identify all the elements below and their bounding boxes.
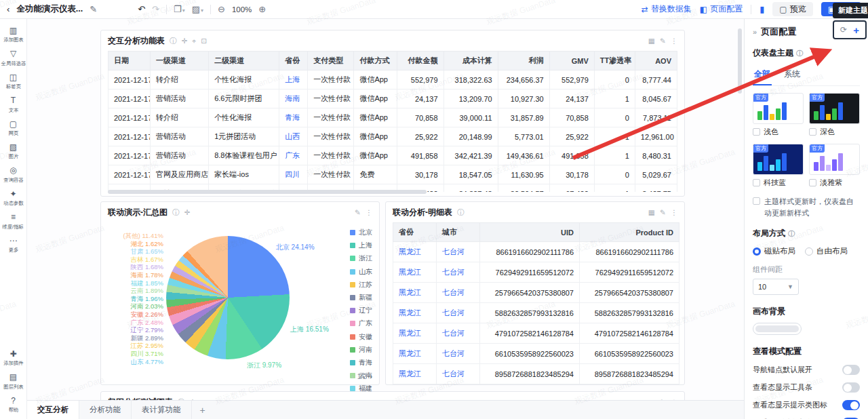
canvas-bg-color-input[interactable]	[753, 323, 802, 335]
table-cell[interactable]: 七台河	[437, 364, 480, 384]
table-cell[interactable]: 七台河	[437, 262, 480, 283]
sidebar-item-layer-list[interactable]: ▤图层列表	[0, 370, 26, 393]
table-row[interactable]: 2021-12-17营销活动1元拼团活动山西一次性付款微信App25,92220…	[108, 127, 677, 146]
sidebar-item-dynamic-param[interactable]: ✦动态参数	[0, 186, 26, 210]
pie-chart[interactable]	[166, 236, 290, 359]
sidebar-item-query-container[interactable]: ◎查询容器	[0, 163, 26, 186]
legend-item[interactable]: 上海	[350, 241, 372, 250]
layout-option-free[interactable]: 自由布局	[805, 246, 848, 256]
sidebar-item-image[interactable]: ▧图片	[0, 140, 26, 163]
tab-analysis-functions[interactable]: 分析功能	[79, 401, 132, 419]
edit-chart-icon[interactable]: ✎	[355, 209, 361, 216]
redo-icon[interactable]: ↷	[152, 5, 159, 14]
export-image-icon[interactable]: ▨▾	[192, 5, 203, 14]
info-icon[interactable]: ⓘ	[788, 229, 795, 239]
theme-checkbox[interactable]	[809, 179, 816, 186]
table-row[interactable]: 黑龙江七台河5519099932052869177551909993205286…	[393, 384, 679, 385]
table-row[interactable]: 黑龙江七台河8958726881823485294895872688182348…	[393, 364, 679, 384]
table-row[interactable]: 2021-12-17官网及应用商店家长端-ios四川一次性付款免费30,1781…	[108, 165, 677, 184]
more-icon[interactable]: ⋮	[671, 209, 678, 216]
legend-item[interactable]: 安徽	[350, 332, 372, 342]
chart-card-interactive-table[interactable]: 交互分析功能表 ⓘ ✛ ⌖ ⊡ ▦ ✎ ⋮ 日期一级渠道二级渠道省份支付类型付款…	[100, 30, 685, 197]
preview-button[interactable]: ▢预览	[772, 2, 812, 16]
legend-item[interactable]: 浙江	[350, 254, 372, 263]
table-cell[interactable]: 七台河	[437, 323, 480, 344]
theme-card-浅色[interactable]: 官方浅色	[753, 93, 804, 137]
layout-option-tile[interactable]: 磁贴布局	[753, 246, 795, 256]
theme-checkbox[interactable]	[809, 128, 816, 136]
table-hscrollbar[interactable]	[108, 190, 427, 194]
sidebar-item-dimension-metric[interactable]: ≡维度/指标	[0, 210, 26, 233]
table-cell[interactable]: 上海	[279, 71, 308, 89]
table-row[interactable]: 2021-12-17转介绍个性化海报上海一次性付款微信App552,979318…	[108, 71, 677, 89]
info-icon[interactable]: ⓘ	[172, 209, 180, 216]
table-row[interactable]: 黑龙江七台河5882632857993132816588263285799313…	[393, 303, 679, 323]
table-cell[interactable]: 广东	[279, 146, 308, 165]
table-cell[interactable]: 山西	[279, 127, 308, 146]
pin-icon[interactable]: ✛	[182, 37, 188, 45]
sidebar-item-webpage[interactable]: ▢网页	[0, 117, 26, 140]
table-cell[interactable]: 黑龙江	[393, 323, 437, 344]
back-icon[interactable]: ‹	[7, 5, 9, 14]
copy-icon[interactable]: ❐▾	[174, 5, 185, 14]
more-icon[interactable]: ⋮	[671, 37, 678, 45]
edit-title-icon[interactable]: ✎	[90, 5, 97, 14]
pin-icon[interactable]: ✛	[184, 209, 191, 216]
undo-icon[interactable]: ↶	[138, 5, 145, 14]
sidebar-item-global-filter[interactable]: ▽全局筛选器	[0, 46, 26, 69]
toggle-查看态显示提示类图标[interactable]	[842, 400, 860, 410]
export-icon[interactable]: ⊡	[201, 37, 207, 45]
chart-card-pie[interactable]: 联动演示-汇总图 ⓘ ✛ ✎ ⋮ 北京 24.14%上海 16.51%浙江 9.…	[100, 201, 380, 385]
legend-item[interactable]: 青海	[350, 358, 372, 367]
replace-dataset-button[interactable]: ⇄替换数据集	[642, 3, 692, 15]
tab-system-themes[interactable]: 系统	[783, 66, 802, 85]
zoom-out-icon[interactable]: ⊖	[218, 5, 225, 14]
table-cell[interactable]: 七台河	[437, 384, 480, 385]
table-row[interactable]: 黑龙江七台河7629492911659512072762949291165951…	[393, 262, 679, 283]
legend-prev-icon[interactable]: ‹	[351, 373, 353, 380]
spacing-select[interactable]: 10 ▼	[753, 279, 799, 295]
more-icon[interactable]: ⋮	[366, 209, 373, 216]
table-cell[interactable]: 黑龙江	[393, 242, 437, 262]
table-row[interactable]: 黑龙江七台河8661916602902111786866191660290211…	[393, 242, 679, 262]
edit-chart-icon[interactable]: ✎	[660, 37, 666, 45]
table-cell[interactable]: 四川	[279, 165, 308, 184]
sidebar-item-add-chart[interactable]: ▥添加图表	[0, 23, 26, 46]
table-cell[interactable]: 黑龙江	[393, 344, 437, 364]
table-cell[interactable]: 黑龙江	[393, 384, 437, 385]
table-cell[interactable]: 七台河	[437, 344, 480, 364]
table-cell[interactable]: 青海	[279, 108, 308, 127]
table-row[interactable]: 2021-12-17转介绍个性化海报青海一次性付款微信App70,85839,0…	[108, 108, 677, 127]
theme-card-深色[interactable]: 官方深色	[809, 93, 860, 137]
auto-update-checkbox[interactable]	[753, 197, 760, 205]
table-cell[interactable]: 七台河	[437, 283, 480, 303]
theme-card-科技蓝[interactable]: 官方科技蓝	[753, 144, 804, 188]
canvas-scrollbar[interactable]	[738, 28, 742, 94]
sidebar-item-tab-page[interactable]: ◫标签页	[0, 70, 26, 93]
table-row[interactable]: 黑龙江七台河6610535958922560023661053595892256…	[393, 344, 679, 364]
legend-item[interactable]: 山东	[350, 267, 372, 277]
legend-item[interactable]: 辽宁	[350, 306, 372, 315]
table-cell[interactable]: 黑龙江	[393, 283, 437, 303]
tab-all-themes[interactable]: 全部	[753, 66, 772, 85]
page-config-button[interactable]: ◧页面配置	[700, 3, 743, 15]
info-icon[interactable]: ⓘ	[170, 37, 177, 45]
table-cell[interactable]: 黑龙江	[393, 262, 437, 283]
table-row[interactable]: 黑龙江七台河2579665420375380807257966542037538…	[393, 283, 679, 303]
table-view-icon[interactable]: ▦	[648, 209, 655, 216]
legend-item[interactable]: 河南	[350, 345, 372, 355]
sidebar-item-more[interactable]: ⋯更多	[0, 233, 26, 256]
chart-card-attribution[interactable]: 归因分析测试图表 ⓘ ✛ ⌖ ⊡ ⟳ ✎ ⋮	[100, 391, 685, 400]
edit-chart-icon[interactable]: ✎	[660, 209, 666, 216]
table-cell[interactable]: 海南	[279, 89, 308, 108]
sidebar-item-add-plugin[interactable]: ✚添加插件	[0, 346, 26, 370]
legend-item[interactable]: 北京	[350, 228, 372, 237]
legend-item[interactable]: 新疆	[350, 293, 372, 302]
legend-next-icon[interactable]: ›	[370, 373, 372, 380]
toggle-查看态显示工具条[interactable]	[842, 382, 860, 393]
zoom-in-icon[interactable]: ⊕	[258, 5, 266, 14]
legend-item[interactable]: 江苏	[350, 280, 372, 290]
table-cell[interactable]: 黑龙江	[393, 364, 437, 384]
table-row[interactable]: 2021-12-17营销活动8.8体验课程包用户广东一次性付款微信App491,…	[108, 146, 677, 165]
table-cell[interactable]: 黑龙江	[393, 303, 437, 323]
